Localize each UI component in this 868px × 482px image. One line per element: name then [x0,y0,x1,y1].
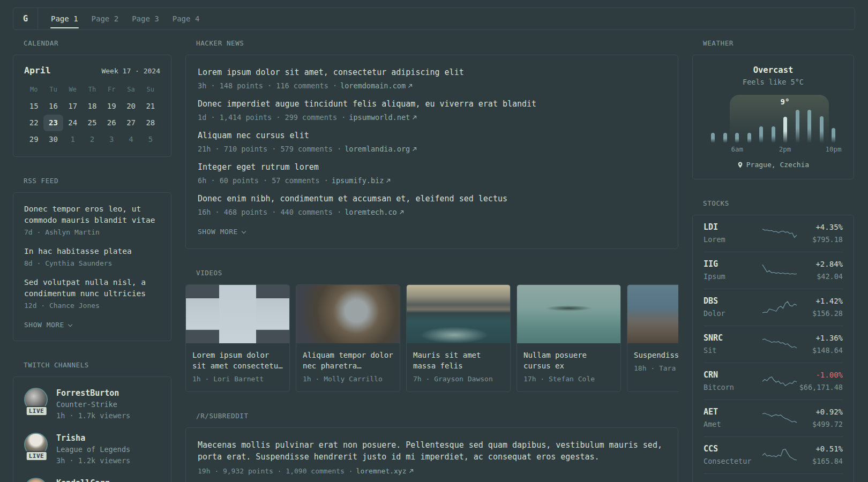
calendar-day-next-month: 3 [102,131,121,148]
hn-item: Donec enim nibh, condimentum et accumsan… [198,193,666,217]
twitch-channel-row[interactable]: LIVE Trisha League of Legends 3h · 1.2k … [24,433,160,466]
stock-row[interactable]: CCS Consectetur +0.51% $165.84 [704,436,843,473]
stock-ticker: CRN [704,370,761,380]
stock-row[interactable]: CRN Bitcorn -1.00% $66,171.48 [704,363,843,400]
stock-sparkline [761,225,798,241]
tab-page-1[interactable]: Page 1 [50,8,79,29]
channel-meta: 3h · 1.2k viewers [56,456,130,466]
video-card[interactable]: Mauris sit amet massa felis 7h · Grayson… [406,284,511,392]
video-title[interactable]: Suspendisse diam [634,350,678,360]
rss-item-meta: 7d · Ashlyn Martin [24,227,160,237]
calendar-panel: April Week 17 · 2024 Mo Tu We Th Fr Sa S… [13,55,171,157]
weather-now-temp: 9° [781,97,790,106]
channel-name[interactable]: ForrestBurton [56,388,130,398]
avatar [24,478,49,482]
page-tabs: Page 1 Page 2 Page 3 Page 4 [38,8,200,29]
weather-bar [807,110,811,143]
hn-item: Donec imperdiet augue tincidunt felis al… [198,99,666,123]
video-card[interactable]: Aliquam tempor dolor nec pharetra… 1h · … [296,284,400,392]
live-badge: LIVE [26,451,48,461]
rss-item-title[interactable]: Sed volutpat nulla nisl, a condimentum n… [24,277,160,299]
stock-price: $165.84 [798,456,843,466]
hn-show-more-button[interactable]: SHOW MORE [198,227,666,237]
channel-name[interactable]: Trisha [56,433,130,443]
stock-price: $148.64 [798,345,843,355]
weather-bar-now [783,117,787,143]
stock-row[interactable]: DBS Dolor +1.42% $156.28 [704,289,843,326]
video-thumbnail [517,285,620,343]
hn-item-domain[interactable]: loremtech.co [345,208,404,216]
tab-label: Page 1 [51,14,78,23]
stock-name: Consectetur [704,456,761,466]
videos-section-label: VIDEOS [196,269,678,277]
video-title[interactable]: Lorem ipsum dolor sit amet consectetu… [192,350,283,371]
stock-row[interactable]: LDI Lorem +4.35% $795.18 [704,215,843,252]
avatar: LIVE [24,433,49,457]
channel-name[interactable]: KendallCarr [56,478,109,482]
logo[interactable]: G [13,8,38,29]
stocks-panel: LDI Lorem +4.35% $795.18 IIG Ipsum [692,215,854,482]
hn-item-title[interactable]: Donec imperdiet augue tincidunt felis al… [198,99,666,110]
video-card[interactable]: Nullam posuere cursus ex 17h · Stefan Co… [517,284,621,392]
stock-ticker: IIG [704,259,761,269]
calendar-day: 20 [121,98,140,115]
weather-panel: Overcast Feels like 5°C 9° 6am 2pm 10pm [692,55,854,179]
video-title[interactable]: Aliquam tempor dolor nec pharetra… [303,350,393,371]
video-card[interactable]: Suspendisse diam 18h · Tara [627,284,678,392]
calendar-day-next-month: 1 [63,131,83,148]
rss-show-more-button[interactable]: SHOW MORE [24,320,160,330]
rss-item-title[interactable]: Donec tempor eros leo, ut commodo mauris… [24,204,160,226]
video-title[interactable]: Nullam posuere cursus ex [523,350,614,371]
video-meta: 18h · Tara [634,364,678,373]
hn-item-domain[interactable]: ipsumworld.net [349,113,417,122]
tab-label: Page 4 [173,14,200,23]
hn-section-label: HACKER NEWS [196,40,678,47]
tab-page-2[interactable]: Page 2 [91,8,119,29]
external-link-icon [386,178,391,183]
stock-name: Bitcorn [704,382,761,392]
stock-row[interactable]: AHS +0.46% [704,473,843,482]
hn-item-title[interactable]: Donec enim nibh, condimentum et accumsan… [198,193,666,205]
calendar-header: April Week 17 · 2024 [24,65,160,77]
stock-row[interactable]: AET Amet +0.92% $499.72 [704,400,843,436]
stock-name: Dolor [704,308,761,318]
reddit-post-title[interactable]: Maecenas mollis pulvinar erat non posuer… [198,440,666,463]
twitch-channel-row[interactable]: KendallCarr [24,478,160,482]
rss-item-title[interactable]: In hac habitasse platea [24,246,160,257]
hn-item-domain[interactable]: loremdomain.com [340,81,413,90]
twitch-channel-row[interactable]: LIVE ForrestBurton Counter-Strike 1h · 1… [24,388,160,421]
stock-row[interactable]: SNRC Sit +1.36% $148.64 [704,326,843,363]
chevron-down-icon [242,229,246,234]
middle-column: HACKER NEWS Lorem ipsum dolor sit amet, … [185,40,678,482]
tab-page-3[interactable]: Page 3 [131,8,160,29]
tab-label: Page 2 [92,14,119,23]
stock-change: +0.51% [798,443,843,454]
calendar-day: 18 [83,98,102,115]
weather-condition: Overcast [701,66,845,74]
stock-change: +4.35% [798,222,843,232]
video-meta: 1h · Lori Barnett [192,374,283,384]
hn-item-title[interactable]: Lorem ipsum dolor sit amet, consectetur … [198,67,666,78]
rss-item: Donec tempor eros leo, ut commodo mauris… [24,204,160,237]
video-title[interactable]: Mauris sit amet massa felis [413,350,504,371]
calendar-day: 26 [102,115,121,131]
stock-change: +1.42% [798,296,843,306]
calendar-day: 25 [83,115,102,131]
video-card[interactable]: Lorem ipsum dolor sit amet consectetu… 1… [185,284,290,392]
hn-item-title[interactable]: Integer eget rutrum lorem [198,162,666,173]
hn-item-domain[interactable]: ipsumify.biz [332,176,391,185]
stock-ticker: DBS [704,296,761,306]
calendar-day: 16 [43,98,63,115]
hn-item-domain[interactable]: loremlandia.org [345,145,417,153]
tab-page-4[interactable]: Page 4 [172,8,200,29]
dashboard-page: G Page 1 Page 2 Page 3 Page 4 CALENDAR A… [0,0,868,482]
stock-row[interactable]: IIG Ipsum +2.84% $42.04 [704,252,843,289]
video-meta: 17h · Stefan Cole [523,374,614,384]
hn-item: Integer eget rutrum lorem 6h · 60 points… [198,162,666,186]
day-header: Su [141,85,160,94]
columns: CALENDAR April Week 17 · 2024 Mo Tu We T… [0,40,868,482]
hn-item-title[interactable]: Aliquam nec cursus elit [198,130,666,141]
stock-name: Sit [704,345,761,355]
video-thumbnail [186,285,289,343]
reddit-post-domain[interactable]: loremnet.xyz [356,467,414,475]
